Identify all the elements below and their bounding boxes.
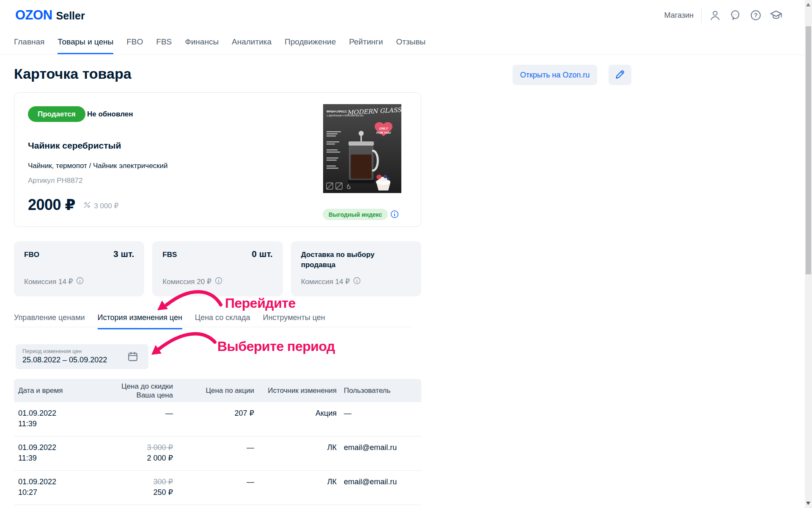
stock-card-fbo: FBO 3 шт. Комиссия 14 ₽ — [14, 241, 144, 296]
commission-label: Комиссия 14 ₽ — [24, 277, 73, 286]
ozon-logo: OZON — [15, 8, 52, 23]
nav-tab-fbs[interactable]: FBS — [156, 37, 172, 54]
old-price: 3 000 ₽ — [94, 202, 118, 210]
scroll-thumb[interactable] — [806, 26, 811, 274]
index-info-icon[interactable] — [390, 210, 399, 219]
discount-disabled-icon — [83, 201, 91, 211]
education-icon[interactable] — [769, 9, 782, 22]
stock-card-seller-delivery: Доставка по выбору продавца Комиссия 14 … — [291, 241, 421, 296]
table-header: Дата и время Цена до скидки Ваша цена Це… — [14, 379, 421, 402]
col-source: Источник изменения — [254, 379, 337, 402]
commission-info-icon[interactable] — [353, 276, 361, 287]
col-promo-price: Цена по акции — [173, 379, 254, 402]
nav-tab-fbo[interactable]: FBO — [126, 37, 143, 54]
svg-text:?: ? — [754, 12, 757, 19]
period-field-value: 25.08.2022 – 05.09.2022 — [22, 356, 142, 364]
col-user: Пользователь — [337, 379, 421, 402]
price-history-table: Дата и время Цена до скидки Ваша цена Це… — [14, 379, 421, 505]
stock-card-title: FBO — [24, 250, 102, 260]
commission-info-icon[interactable] — [76, 276, 84, 287]
scrollbar[interactable] — [805, 0, 812, 508]
nav-tab-reviews[interactable]: Отзывы — [396, 37, 426, 54]
scroll-up-icon[interactable] — [806, 3, 810, 6]
col-price-before: Цена до скидки — [94, 382, 173, 391]
help-icon[interactable]: ? — [749, 9, 762, 22]
annotation-arrow-period — [140, 330, 224, 364]
main-nav: Главная Товары и цены FBO FBS Финансы Ан… — [14, 37, 425, 54]
commission-label: Комиссия 20 ₽ — [162, 277, 211, 286]
chat-icon[interactable] — [729, 9, 742, 22]
update-status-label: Не обновлен — [87, 110, 133, 119]
stock-card-title: Доставка по выбору продавца — [301, 250, 379, 270]
nav-tab-analytics[interactable]: Аналитика — [232, 37, 272, 54]
page-title: Карточка товара — [14, 66, 132, 82]
calendar-icon[interactable] — [127, 351, 138, 362]
col-your-price: Ваша цена — [94, 391, 173, 400]
profile-icon[interactable] — [708, 9, 721, 22]
nav-divider — [0, 55, 805, 55]
stock-cards-row: FBO 3 шт. Комиссия 14 ₽ FBS 0 шт. Комисс… — [14, 241, 421, 296]
ozon-seller-page: OZON Seller Магазин ? Главная Товары и ц… — [0, 0, 812, 508]
nav-tab-ratings[interactable]: Рейтинги — [349, 37, 383, 54]
ozon-seller-logo[interactable]: OZON Seller — [15, 8, 85, 23]
product-image: ФРЕНЧ-ПРЕСС С ДВОЙНЫМИ СТЕНКАМИ 800 МЛ M… — [323, 104, 401, 193]
seller-label: Seller — [56, 10, 85, 22]
annotation-go-label: Перейдите — [225, 295, 296, 311]
nav-tab-home[interactable]: Главная — [14, 37, 44, 54]
edit-button[interactable] — [609, 65, 631, 85]
svg-text:ФРЕНЧ-ПРЕСС: ФРЕНЧ-ПРЕСС — [326, 110, 347, 113]
stock-card-qty: 0 шт. — [252, 249, 272, 259]
table-row: 01.09.202211:39 — 207 ₽ Акция — — [14, 402, 421, 436]
pencil-icon — [614, 69, 625, 81]
header-divider — [701, 8, 702, 23]
open-on-ozon-button[interactable]: Открыть на Ozon.ru — [513, 65, 597, 85]
product-price: 2000 ₽ — [28, 196, 75, 214]
annotation-period-label: Выберите период — [217, 339, 335, 354]
price-row: 2000 ₽ 3 000 ₽ — [28, 196, 118, 214]
product-card: Продается Не обновлен Чайник серебристый… — [14, 92, 421, 227]
svg-text:FOR YOU: FOR YOU — [376, 131, 391, 135]
col-date: Дата и время — [14, 379, 94, 402]
product-title: Чайник серебристый — [28, 141, 121, 151]
product-category: Чайник, термопот / Чайник электрический — [28, 162, 168, 170]
store-menu[interactable]: Магазин — [664, 11, 694, 20]
stock-card-fbs: FBS 0 шт. Комиссия 20 ₽ — [152, 241, 283, 296]
subtab-divider — [14, 327, 411, 327]
nav-tab-finance[interactable]: Финансы — [185, 37, 219, 54]
scroll-down-icon[interactable] — [806, 502, 810, 505]
svg-text:ONLY: ONLY — [379, 127, 388, 130]
commission-label: Комиссия 14 ₽ — [301, 277, 350, 286]
commission-info-icon[interactable] — [214, 276, 223, 287]
header-right: Магазин ? — [664, 6, 782, 25]
status-badge: Продается — [28, 106, 85, 122]
product-sku: Артикул PH8872 — [28, 177, 83, 185]
period-field-label: Период изменения цен — [22, 348, 142, 354]
favorable-index-badge: Выгодный индекс — [323, 209, 388, 220]
nav-tab-products-prices[interactable]: Товары и цены — [58, 37, 113, 54]
table-row: 01.09.202211:39 3 000 ₽2 000 ₽ — ЛК emai… — [14, 436, 421, 471]
period-field[interactable]: Период изменения цен 25.08.2022 – 05.09.… — [16, 344, 148, 369]
table-row: 01.09.202210:27 300 ₽250 ₽ — ЛК email@em… — [14, 471, 421, 505]
stock-card-qty: 3 шт. — [113, 249, 134, 259]
nav-tab-promotion[interactable]: Продвижение — [285, 37, 336, 54]
stock-card-title: FBS — [162, 250, 241, 260]
